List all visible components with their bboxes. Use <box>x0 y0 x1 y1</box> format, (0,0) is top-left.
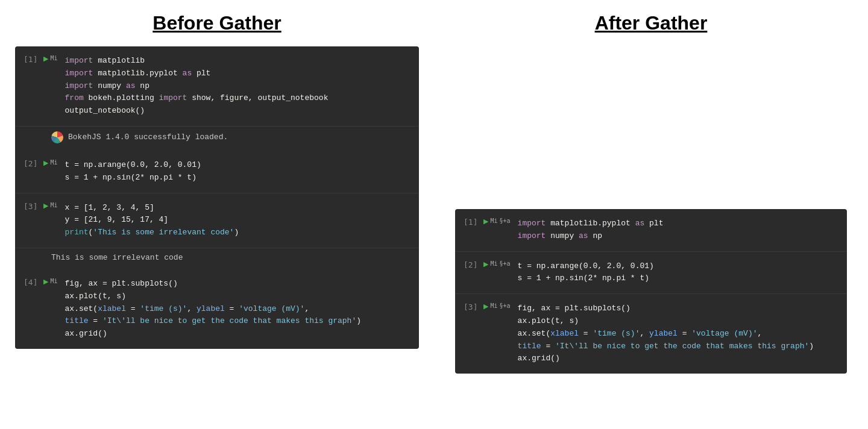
run-button[interactable]: ▶ <box>483 218 488 225</box>
run-button[interactable]: ▶ <box>43 159 48 167</box>
cell-content: x = [1, 2, 3, 4, 5]y = [21, 9, 15, 17, 4… <box>61 193 419 248</box>
notebook-cell: [2]▶Mit = np.arange(0.0, 2.0, 0.01)s = 1… <box>15 151 419 193</box>
cell-toolbar: ▶Mi §+a <box>483 294 514 374</box>
cell-content: t = np.arange(0.0, 2.0, 0.01)s = 1 + np.… <box>514 252 847 294</box>
cell-content: fig, ax = plt.subplots()ax.plot(t, s)ax.… <box>514 294 847 374</box>
notebook-cell: [4]▶Mifig, ax = plt.subplots()ax.plot(t,… <box>15 269 419 349</box>
cell-toolbar: ▶Mi §+a <box>483 209 514 251</box>
cell-content: import matplotlibimport matplotlib.pyplo… <box>61 46 419 126</box>
before-notebook: [1]▶Miimport matplotlibimport matplotlib… <box>15 46 419 349</box>
before-gather-title: Before Gather <box>153 12 281 34</box>
cell-type-label: Mi <box>50 202 57 208</box>
cell-toolbar: ▶Mi <box>43 269 61 349</box>
notebook-cell: [3]▶Mi §+afig, ax = plt.subplots()ax.plo… <box>455 294 847 374</box>
cell-output: BokehJS 1.4.0 successfully loaded. <box>15 127 419 151</box>
cell-number: [3] <box>455 294 483 374</box>
left-panel: Before Gather [1]▶Miimport matplotlibimp… <box>0 0 434 429</box>
code-block: fig, ax = plt.subplots()ax.plot(t, s)ax.… <box>518 302 838 365</box>
cell-meta-extra: §+a <box>500 260 511 267</box>
code-block: x = [1, 2, 3, 4, 5]y = [21, 9, 15, 17, 4… <box>65 202 410 239</box>
run-button[interactable]: ▶ <box>483 260 488 268</box>
cell-number: [2] <box>455 252 483 294</box>
run-button[interactable]: ▶ <box>43 55 48 63</box>
code-block: import matplotlib.pyplot as pltimport nu… <box>518 218 838 243</box>
code-block: t = np.arange(0.0, 2.0, 0.01)s = 1 + np.… <box>518 260 838 286</box>
cell-number: [2] <box>15 151 43 193</box>
notebook-cell: [1]▶Miimport matplotlibimport matplotlib… <box>15 46 419 127</box>
notebook-cell: [1]▶Mi §+aimport matplotlib.pyplot as pl… <box>455 209 847 252</box>
cell-number: [1] <box>15 46 43 126</box>
bokeh-icon <box>51 131 63 143</box>
cell-type-label: Mi <box>490 302 497 309</box>
cell-content: import matplotlib.pyplot as pltimport nu… <box>514 209 847 251</box>
run-button[interactable]: ▶ <box>43 202 48 210</box>
right-panel: After Gather [1]▶Mi §+aimport matplotlib… <box>434 0 868 429</box>
output-message: BokehJS 1.4.0 successfully loaded. <box>68 133 228 142</box>
cell-toolbar: ▶Mi §+a <box>483 252 514 294</box>
cell-number: [4] <box>15 269 43 349</box>
cell-toolbar: ▶Mi <box>43 151 61 193</box>
cell-number: [3] <box>15 193 43 248</box>
run-button[interactable]: ▶ <box>43 278 48 286</box>
cell-toolbar: ▶Mi <box>43 193 61 248</box>
cell-type-label: Mi <box>490 218 497 224</box>
cell-type-label: Mi <box>50 159 57 166</box>
after-notebook: [1]▶Mi §+aimport matplotlib.pyplot as pl… <box>455 209 847 374</box>
cell-toolbar: ▶Mi <box>43 46 61 126</box>
cell-meta-extra: §+a <box>500 218 511 224</box>
after-gather-title: After Gather <box>595 12 708 34</box>
main-container: Before Gather [1]▶Miimport matplotlibimp… <box>0 0 868 429</box>
cell-meta-extra: §+a <box>500 302 511 309</box>
notebook-cell: [3]▶Mix = [1, 2, 3, 4, 5]y = [21, 9, 15,… <box>15 193 419 248</box>
code-block: fig, ax = plt.subplots()ax.plot(t, s)ax.… <box>65 278 410 340</box>
run-button[interactable]: ▶ <box>483 302 488 310</box>
cell-content: fig, ax = plt.subplots()ax.plot(t, s)ax.… <box>61 269 419 349</box>
code-block: t = np.arange(0.0, 2.0, 0.01)s = 1 + np.… <box>65 159 410 184</box>
cell-number: [1] <box>455 209 483 251</box>
cell-output: This is some irrelevant code <box>15 248 419 269</box>
cell-type-label: Mi <box>50 278 57 284</box>
output-message: This is some irrelevant code <box>51 253 183 262</box>
cell-type-label: Mi <box>490 260 497 267</box>
notebook-cell: [2]▶Mi §+at = np.arange(0.0, 2.0, 0.01)s… <box>455 252 847 295</box>
cell-type-label: Mi <box>50 55 57 61</box>
code-block: import matplotlibimport matplotlib.pyplo… <box>65 55 410 117</box>
cell-content: t = np.arange(0.0, 2.0, 0.01)s = 1 + np.… <box>61 151 419 193</box>
